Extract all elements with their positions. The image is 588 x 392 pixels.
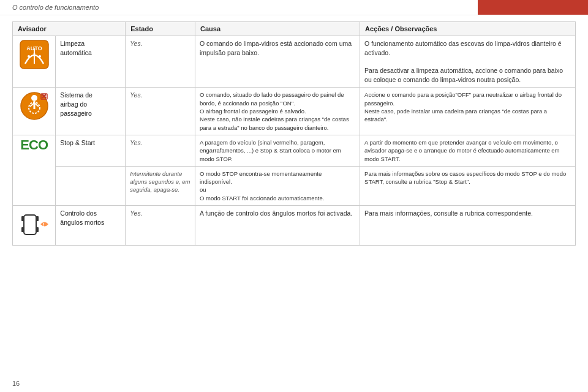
name-cell-stopstart: Stop & Start [56,135,126,166]
icon-cell-limpeza: AUTO [13,36,56,88]
cause-cell-airbag: O comando, situado do lado do passageiro… [195,88,360,135]
header-accent-bar [478,0,588,15]
col-header-avisador: Avisador [13,22,126,36]
actions-cell-blind: Para mais informações, consulte a rubric… [360,206,576,246]
status-cell-stopstart2: Intermitente durante alguns segundos e, … [126,166,195,205]
name-cell-limpeza: Limpezaautomática [56,36,126,88]
table-row: ECO Stop & Start Yes. A paragem do veícu… [13,135,576,166]
auto-wiper-icon: AUTO [19,39,50,70]
table-row: Intermitente durante alguns segundos e, … [13,166,576,205]
actions-cell-stopstart2: Para mais informações sobre os casos esp… [360,166,576,205]
svg-point-3 [28,55,30,58]
cause-cell-limpeza: O comando do limpa-vidros está accionado… [195,36,360,88]
svg-point-4 [39,55,41,58]
table-row: AUTO Limpezaautomática Yes. O comando do… [13,36,576,88]
svg-rect-18 [21,227,24,232]
airbag-icon [19,91,50,121]
info-table: Avisador Estado Causa Acções / Observaçõ… [12,21,576,246]
icon-cell-eco: ECO [13,135,56,205]
svg-rect-15 [24,215,36,235]
actions-cell-airbag: Accione o comando para a posição"OFF" pa… [360,88,576,135]
svg-point-5 [33,53,35,55]
name-cell-stopstart2 [56,166,126,205]
svg-rect-19 [36,227,39,232]
actions-cell-limpeza: O funcionamento automático das escovas d… [360,36,576,88]
table-header-row: Avisador Estado Causa Acções / Observaçõ… [13,22,576,36]
col-header-estado: Estado [126,22,195,36]
page-header: O controlo de funcionamento [0,0,588,15]
table-row: ! Controlo dosângulos mortos Yes. A funç… [13,206,576,246]
page-title: O controlo de funcionamento [12,4,99,11]
cause-cell-stopstart2: O modo STOP encontra-se momentaneamente … [195,166,360,205]
svg-point-7 [31,95,37,101]
col-header-causa: Causa [195,22,360,36]
icon-cell-airbag [13,88,56,135]
svg-rect-16 [21,216,24,221]
status-cell-blind: Yes. [126,206,195,246]
blind-spot-icon: ! [19,209,50,239]
table-row: Sistema deairbag dopassageiro Yes. O com… [13,88,576,135]
actions-cell-stopstart1: A partir do momento em que pretender ava… [360,135,576,166]
name-cell-blind: Controlo dosângulos mortos [56,206,126,246]
status-cell-stopstart1: Yes. [126,135,195,166]
cause-cell-blind: A função de controlo dos ângulos mortos … [195,206,360,246]
status-cell-airbag: Yes. [126,88,195,135]
name-cell-airbag: Sistema deairbag dopassageiro [56,88,126,135]
page-number: 16 [12,380,20,387]
main-content: Avisador Estado Causa Acções / Observaçõ… [0,15,588,252]
col-header-actions: Acções / Observações [360,22,576,36]
svg-rect-17 [36,216,39,221]
eco-icon: ECO [20,138,48,152]
icon-cell-blind: ! [13,206,56,246]
svg-text:!: ! [42,222,44,228]
cause-cell-stopstart1: A paragem do veículo (sinal vermelho, pa… [195,135,360,166]
status-cell-limpeza: Yes. [126,36,195,88]
